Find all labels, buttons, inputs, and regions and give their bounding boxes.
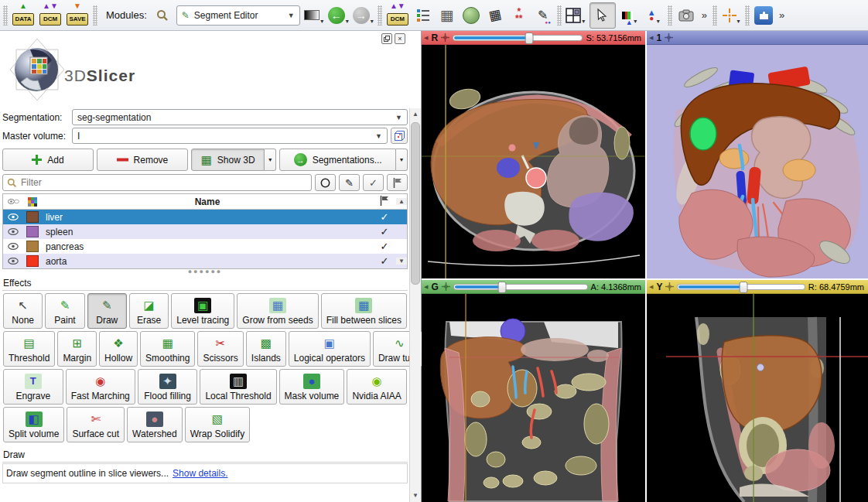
local-threshold-effect-button[interactable]: ▥Local Threshold: [200, 369, 276, 405]
engrave-effect-button[interactable]: TEngrave: [3, 369, 63, 405]
transforms-button[interactable]: ▦: [485, 3, 505, 28]
toolbar-grip[interactable]: [745, 5, 750, 26]
volume-rendering-button[interactable]: ▦: [437, 3, 457, 28]
segment-status-check[interactable]: ✓: [373, 241, 396, 252]
segment-status-check[interactable]: ✓: [373, 226, 396, 237]
module-selector[interactable]: ✎ Segment Editor ▼: [176, 5, 300, 26]
show-3d-dropdown[interactable]: ▾: [265, 149, 276, 171]
split-volume-effect-button[interactable]: ◧Split volume: [3, 407, 64, 442]
toolbar-overflow-button[interactable]: »: [777, 9, 786, 21]
toolbar-grip[interactable]: [93, 5, 97, 26]
visibility-eye-icon[interactable]: [3, 241, 23, 252]
erase-effect-button[interactable]: ◪Erase: [129, 293, 169, 329]
threed-view[interactable]: ◀ 1: [647, 31, 868, 278]
filter-input[interactable]: [21, 177, 307, 188]
toolbar-grip[interactable]: [3, 5, 8, 26]
scroll-down-icon[interactable]: ▼: [410, 490, 421, 501]
pin-icon[interactable]: ◀: [424, 284, 428, 290]
threshold-effect-button[interactable]: ▤Threshold: [3, 331, 55, 367]
slider-handle[interactable]: [525, 32, 534, 44]
dicom-button[interactable]: ▲▼ DCM: [39, 3, 62, 28]
segment-status-check[interactable]: ✓: [373, 211, 396, 223]
edit-filter-button[interactable]: ✎: [339, 174, 360, 191]
visibility-eye-icon[interactable]: [3, 212, 23, 223]
dicom-browser-button[interactable]: ▲▼ DCM: [386, 3, 409, 28]
toolbar-grip[interactable]: [557, 5, 562, 26]
table-scrollbar-up[interactable]: ▲: [396, 198, 407, 205]
mouse-interaction-button[interactable]: [589, 2, 616, 29]
toolbar-grip[interactable]: [668, 5, 672, 26]
segment-row-liver[interactable]: liver✓: [3, 210, 407, 224]
pin-icon[interactable]: ◀: [649, 35, 653, 41]
master-volume-selector[interactable]: I ▼: [72, 128, 388, 144]
segment-color-swatch[interactable]: [23, 226, 42, 237]
module-history-button[interactable]: ▾: [304, 3, 324, 28]
fill-between-slices-effect-button[interactable]: ▦Fill between slices: [321, 293, 407, 329]
segment-filter[interactable]: [2, 174, 312, 191]
name-column-header[interactable]: Name: [42, 196, 373, 207]
scroll-up-icon[interactable]: ▲: [410, 109, 421, 120]
show-3d-button[interactable]: ▦ Show 3D: [191, 149, 265, 171]
segment-row-pancreas[interactable]: pancreas✓: [3, 239, 407, 254]
surface-cut-effect-button[interactable]: ✄Surface cut: [67, 407, 125, 442]
paint-effect-button[interactable]: ✎Paint: [45, 293, 84, 329]
pin-icon[interactable]: ◀: [649, 284, 653, 290]
flood-filling-effect-button[interactable]: ✦Flood filling: [138, 369, 198, 405]
window-level-button[interactable]: ▲ ▾: [620, 3, 640, 28]
nvidia-aiaa-effect-button[interactable]: ◉Nvidia AIAA: [347, 369, 407, 405]
draw-effect-button[interactable]: ✎Draw: [87, 293, 127, 329]
segmentation-selector[interactable]: seg-segmentation ▼: [72, 109, 408, 125]
grow-from-seeds-effect-button[interactable]: ▦Grow from seeds: [237, 293, 318, 329]
panel-scrollbar[interactable]: ▲ ▼: [409, 108, 421, 502]
green-slice-slider[interactable]: [453, 284, 588, 290]
segment-name[interactable]: pancreas: [42, 241, 373, 252]
view-options-icon[interactable]: [442, 282, 450, 291]
show-details-link[interactable]: Show details.: [173, 468, 227, 479]
segmentations-dropdown[interactable]: ▾: [396, 149, 408, 171]
visibility-eye-icon[interactable]: [3, 256, 23, 267]
segment-name[interactable]: aorta: [42, 256, 373, 267]
green-slice-view[interactable]: ◀ G A: 4.1368mm: [422, 280, 645, 502]
toolbar-overflow-button[interactable]: »: [700, 9, 709, 21]
toolbar-grip[interactable]: [713, 5, 717, 26]
table-scrollbar[interactable]: ▼: [396, 258, 407, 265]
module-back-button[interactable]: ← ▾: [328, 3, 349, 28]
toolbar-grip[interactable]: [378, 5, 382, 26]
scissors-effect-button[interactable]: ✂Scissors: [197, 331, 243, 367]
remove-segment-button[interactable]: Remove: [97, 149, 188, 171]
segmentations-button[interactable]: → Segmentations...: [279, 149, 396, 171]
crop-volume-button[interactable]: [461, 3, 481, 28]
scrollbar-thumb[interactable]: [411, 122, 420, 285]
segment-color-swatch[interactable]: [23, 211, 42, 223]
level-tracing-effect-button[interactable]: ▣Level tracing: [171, 293, 234, 329]
fast-marching-effect-button[interactable]: ◉Fast Marching: [66, 369, 135, 405]
islands-effect-button[interactable]: ▩Islands: [246, 331, 286, 367]
registration-button[interactable]: ***: [509, 3, 529, 28]
segment-color-swatch[interactable]: [23, 241, 42, 252]
subject-hierarchy-button[interactable]: [413, 3, 433, 28]
yellow-slice-slider[interactable]: [677, 284, 805, 290]
load-data-button[interactable]: ▲ DATA: [12, 3, 35, 28]
view-options-icon[interactable]: [665, 282, 674, 291]
layout-selector-button[interactable]: ▾: [566, 3, 586, 28]
axial-slice-image[interactable]: [422, 45, 645, 278]
table-resize-handle[interactable]: ●●●●●●: [2, 269, 408, 275]
status-filter-button[interactable]: ✓: [363, 174, 384, 191]
view-options-icon[interactable]: [441, 33, 449, 42]
view-options-icon[interactable]: [665, 33, 673, 42]
segment-name[interactable]: spleen: [42, 227, 373, 237]
place-fiducial-button[interactable]: ▲● ▾: [644, 3, 664, 28]
segment-row-aorta[interactable]: aorta✓▼: [3, 254, 407, 268]
slider-handle[interactable]: [497, 282, 506, 293]
save-button[interactable]: ▼ SAVE: [66, 3, 89, 28]
coronal-slice-image[interactable]: [422, 294, 645, 502]
yellow-slice-view[interactable]: ◀ Y R: 68.4759mm: [647, 280, 868, 502]
segment-color-swatch[interactable]: [23, 255, 42, 267]
segment-status-check[interactable]: ✓: [373, 255, 396, 267]
threed-render-image[interactable]: [647, 45, 868, 278]
sagittal-slice-image[interactable]: [647, 294, 868, 502]
flag-filter-button[interactable]: [387, 174, 408, 191]
show-empty-segments-button[interactable]: [315, 174, 336, 191]
watershed-effect-button[interactable]: ●Watershed: [127, 407, 183, 442]
mask-volume-effect-button[interactable]: ●Mask volume: [279, 369, 345, 405]
